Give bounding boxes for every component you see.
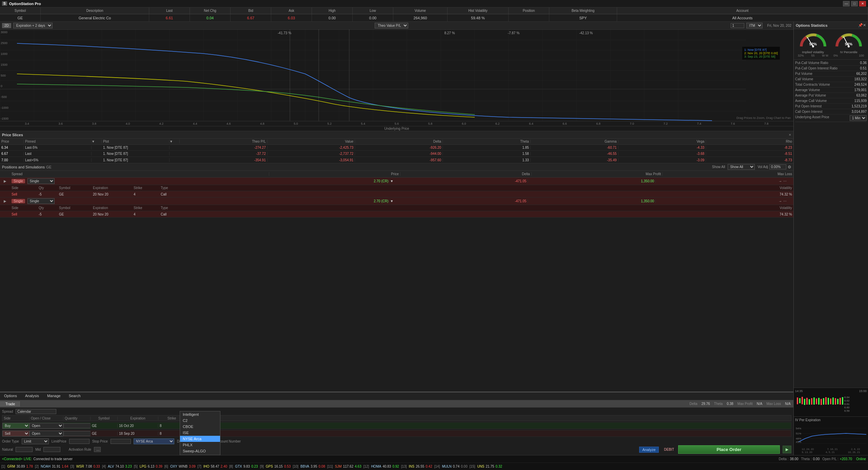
tab-search[interactable]: Search xyxy=(65,392,85,400)
spread-more-2[interactable]: ⋯ xyxy=(783,199,793,203)
route-intelligent[interactable]: Intelligent xyxy=(180,411,220,417)
place-order-button[interactable]: Place Order xyxy=(678,445,780,454)
show-all-select[interactable]: Show All xyxy=(728,164,755,170)
ps-plot-1[interactable]: 1. Now [DTE 87] xyxy=(102,146,170,149)
options-stats-close[interactable]: ✕ xyxy=(863,23,866,27)
iv-exp-label: IV Per Expiration xyxy=(795,418,867,422)
open-close-header: Open / Close xyxy=(29,416,63,420)
price-dropdown-2[interactable]: ▼ xyxy=(390,199,400,203)
leg1-openclose-select[interactable]: Open xyxy=(29,423,63,429)
right-price-chart: 14:35 15:00 xyxy=(794,388,868,416)
options-tabs: Options Analysis Manage Search xyxy=(0,392,793,400)
price-slices-close[interactable]: ✕ xyxy=(789,133,791,137)
route-nyse-arca[interactable]: NYSE Arca xyxy=(180,436,220,442)
minimize-button[interactable]: — xyxy=(843,1,850,6)
leg1-symbol-display: GE xyxy=(91,424,118,428)
show-all-label: Show All xyxy=(712,165,725,169)
ps-pinned-header[interactable]: Pinned xyxy=(24,140,92,143)
close-button[interactable]: ✕ xyxy=(859,1,866,6)
status-theta-value: 0.00 xyxy=(813,457,820,461)
ps-plot-2[interactable]: 1. Now [DTE 87] xyxy=(102,152,170,156)
ps-plot-dropdown[interactable]: ▼ xyxy=(170,140,180,143)
bid-col-header: Bid xyxy=(231,7,271,14)
ps-plot-header[interactable]: Plot xyxy=(102,140,170,143)
trade-subtab[interactable]: Trade xyxy=(0,401,21,407)
spread-more-1[interactable]: ⋯ xyxy=(783,179,793,183)
tab-options[interactable]: Options xyxy=(0,392,21,400)
zoom-input[interactable] xyxy=(731,23,744,28)
svg-text:45%: 45% xyxy=(796,441,801,444)
ps-theo-1: -274.27 xyxy=(180,146,268,149)
order-type-select[interactable]: Limit xyxy=(22,438,49,444)
pc-vol-ratio-value: 0.36 xyxy=(860,61,867,65)
price-slices-section: Price Slices ✕ Price Pinned ▼ Plot ▼ The… xyxy=(0,131,793,163)
trade-theta-label: Theta xyxy=(714,402,723,406)
natural-value[interactable]: 0.06 xyxy=(16,447,33,452)
expand-1[interactable]: ▶ xyxy=(0,179,10,183)
theo-value-select[interactable]: Theo Value P/L xyxy=(375,23,408,28)
trade-subtab-bar: Trade Delta 29.76 Theta 0.38 Max Profit … xyxy=(0,400,793,408)
account-value[interactable]: All Accounts xyxy=(617,14,868,21)
description-value: General Electric Co xyxy=(41,14,149,21)
ps-theta-3: 1.33 xyxy=(443,158,531,162)
positions-config-button[interactable]: ⚙ xyxy=(788,165,791,169)
ps-vega-1: -4.33 xyxy=(618,146,706,149)
order-send-button[interactable]: ▶ xyxy=(783,446,791,453)
activation-rule-button[interactable]: … xyxy=(94,447,101,452)
s-button[interactable]: S xyxy=(2,1,7,6)
ivp-gauge-label: IV Percentile xyxy=(833,50,864,54)
beta-weighting-value[interactable]: SPY xyxy=(549,14,617,21)
status-openpl-label: Open P/L : xyxy=(822,457,838,461)
route-cboe[interactable]: CBOE xyxy=(180,424,220,430)
pc-oi-ratio-label: Put-Call Open Interest Ratio xyxy=(795,66,837,70)
leg1-expiration: 20 Nov 20 xyxy=(92,192,132,196)
spread-maxprofit-1: 1,350.00 xyxy=(528,179,656,183)
leg2-openclose-select[interactable]: Open xyxy=(29,431,63,436)
app-title: OptionStation Pro xyxy=(9,2,41,6)
maximize-button[interactable]: □ xyxy=(851,1,858,6)
stop-price-label: Stop Price xyxy=(92,440,108,443)
route-sweep-algo[interactable]: Sweep-ALGO xyxy=(180,448,220,454)
route-c2[interactable]: C2 xyxy=(180,417,220,424)
ps-pinned-dropdown[interactable]: ▼ xyxy=(92,140,102,143)
analyze-button[interactable]: Analyze xyxy=(639,447,658,453)
ps-pinned-3[interactable]: Last+5% xyxy=(24,158,92,162)
ps-plot-3[interactable]: 1. Now [DTE 87] xyxy=(102,158,170,162)
leg1-qty-input[interactable] xyxy=(63,423,91,428)
2d-view-button[interactable]: 2D xyxy=(2,23,11,28)
price-slice-row-3: 7.00 Last+5% 1. Now [DTE 87] -354.91 -3,… xyxy=(0,157,793,163)
svg-text:6.61: 6.61 xyxy=(844,403,850,406)
symbol-value[interactable]: GE xyxy=(0,14,41,21)
route-phlx[interactable]: PHLX xyxy=(180,442,220,448)
spread-select-1[interactable]: Single xyxy=(27,178,55,184)
route-ise[interactable]: ISE xyxy=(180,430,220,436)
leg2-qty-input[interactable] xyxy=(63,431,91,436)
spread-input[interactable]: Calendar xyxy=(16,409,56,414)
stop-price-input[interactable]: 0.05 xyxy=(111,439,131,444)
leg1-side-select[interactable]: Buy xyxy=(2,423,29,429)
tab-analysis[interactable]: Analysis xyxy=(21,392,43,400)
ps-pinned-1[interactable]: Last-5% xyxy=(24,146,92,149)
expiration-select[interactable]: Expiration + 2 days xyxy=(13,23,53,28)
expand-2[interactable]: ▶ xyxy=(0,199,10,203)
mid-value[interactable]: 0.05 xyxy=(43,447,60,452)
price-dropdown-1[interactable]: ▼ xyxy=(390,179,400,183)
spread-select-2[interactable]: Single xyxy=(27,198,55,204)
ps-value-1: -2,425.73 xyxy=(268,146,355,149)
vol-adj-input[interactable] xyxy=(769,164,786,169)
limit-price-input[interactable]: 0.05 xyxy=(69,439,90,444)
positions-header: Positions and Simulations GE Show All Sh… xyxy=(0,163,793,171)
svg-rect-41 xyxy=(804,399,805,405)
ps-delta-2: -944.00 xyxy=(355,152,443,156)
ps-pinned-2[interactable]: Last xyxy=(24,152,92,156)
options-stats-pin[interactable]: 📌 xyxy=(858,23,863,27)
tab-manage[interactable]: Manage xyxy=(43,392,65,400)
spread-maxloss-2: → xyxy=(656,199,783,203)
moneyness-select[interactable]: ITM xyxy=(746,23,763,28)
routing-select[interactable]: Intelligent C2 CBOE ISE NYSE Arca PHLX S… xyxy=(134,438,174,444)
put-volume-label: Put Volume xyxy=(795,72,812,76)
order-type-label: Order Type xyxy=(2,440,19,443)
time-select[interactable]: 1 Min xyxy=(850,115,867,121)
low-value: 0.00 xyxy=(353,14,393,21)
leg2-side-select[interactable]: Sell xyxy=(2,431,29,436)
